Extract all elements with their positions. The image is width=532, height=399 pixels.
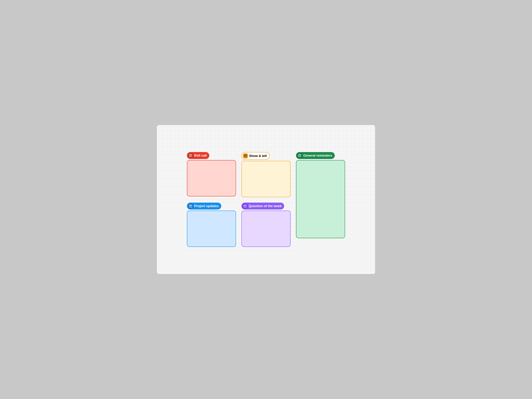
show-tell-icon-box	[243, 153, 248, 158]
table-icon	[189, 204, 192, 208]
canvas: Roll call Show & tell	[157, 125, 375, 274]
card-group-roll-call: Roll call	[187, 152, 236, 197]
general-reminders-icon-box	[297, 153, 302, 158]
card-group-show-tell: Show & tell	[241, 152, 291, 197]
show-tell-label-text: Show & tell	[249, 154, 267, 158]
general-reminders-label-text: General reminders	[303, 154, 332, 157]
board: Roll call Show & tell	[187, 152, 345, 247]
project-updates-label-text: Project updates	[194, 204, 219, 208]
question-week-label[interactable]: Question of the week	[241, 203, 284, 210]
card-group-question-week: Question of the week	[241, 203, 291, 247]
roll-call-label-text: Roll call	[194, 154, 207, 157]
general-reminders-body[interactable]	[296, 160, 345, 238]
general-reminders-label[interactable]: General reminders	[296, 152, 335, 159]
show-tell-body[interactable]	[241, 161, 291, 197]
roll-call-icon-box	[188, 153, 193, 158]
question-week-label-text: Question of the week	[249, 204, 282, 208]
project-updates-icon-box	[188, 204, 193, 209]
card-group-general-reminders: General reminders	[296, 152, 345, 247]
question-week-body[interactable]	[241, 211, 291, 247]
table-icon	[298, 154, 301, 157]
roll-call-body[interactable]	[187, 160, 236, 196]
roll-call-label[interactable]: Roll call	[187, 152, 209, 159]
table-icon	[244, 154, 247, 157]
table-icon	[189, 154, 192, 157]
question-week-icon-box	[242, 204, 248, 209]
project-updates-label[interactable]: Project updates	[187, 203, 221, 210]
card-group-project-updates: Project updates	[187, 203, 236, 247]
show-tell-label[interactable]: Show & tell	[241, 152, 270, 160]
project-updates-body[interactable]	[187, 211, 236, 247]
table-icon	[243, 204, 247, 208]
